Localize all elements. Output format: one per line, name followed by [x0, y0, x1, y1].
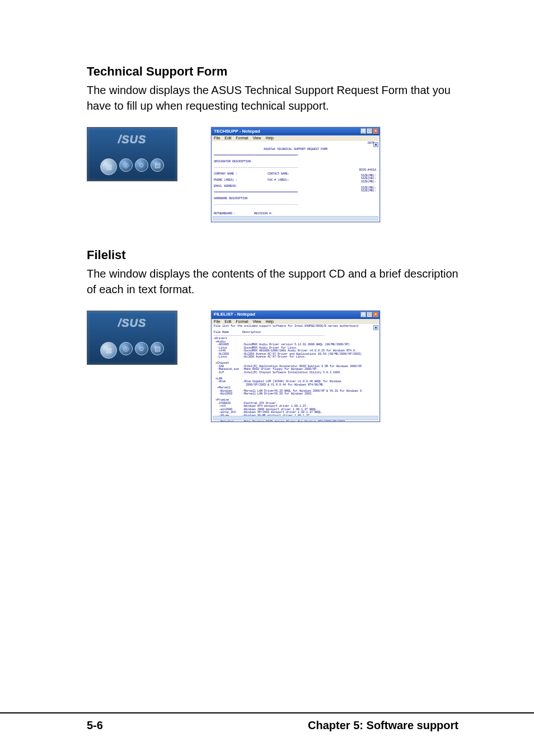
figure-row-techsupp: /SUS ▦ ◎ ☺ ▤ TECHSUPP - Notepad _ □ × Fi… [87, 127, 458, 222]
menu-format-2[interactable]: Format [236, 320, 248, 323]
body-line-3: COMPANY NAME : CONTACT NAME: [214, 173, 377, 176]
launcher-icon-b2: ◎ [119, 342, 133, 355]
maximize-button-2[interactable]: □ [367, 312, 372, 317]
maximize-button[interactable]: □ [367, 128, 372, 134]
menu-help[interactable]: Help [265, 136, 273, 140]
figure-row-filelist: /SUS ▦ ◎ ☺ ▤ FILELIST - Notepad _ □ × [87, 311, 458, 422]
notepad-menubar: File Edit Format View Help [212, 135, 380, 141]
asus-launcher-icons-2: ▦ ◎ ☺ ▤ [100, 342, 164, 359]
filelist-line: File list for the included support softw… [214, 325, 377, 328]
size-col: SIZE(MB): SIZE(KB): SIZE(MB): SIZE(MB): … [361, 175, 376, 193]
launcher-icon-b3: ☺ [135, 342, 148, 355]
body-line-5: EMAIL ADDRESS: [214, 185, 377, 189]
body-technical-support: The window displays the ASUS Technical S… [87, 82, 458, 114]
asus-logo: /SUS [118, 133, 147, 146]
asus-launcher-icons: ▦ ◎ ☺ ▤ [100, 158, 164, 175]
notepad-filelist-window: FILELIST - Notepad _ □ × File Edit Forma… [211, 311, 380, 422]
page-footer: 5-6 Chapter 5: Software support [0, 712, 534, 734]
chapter-label: Chapter 5: Software support [308, 716, 458, 732]
menu-file[interactable]: File [214, 136, 220, 140]
close-button[interactable]: × [373, 128, 378, 134]
body-filelist: The window displays the contents of the … [87, 266, 458, 297]
notepad-filelist-titlebar: FILELIST - Notepad _ □ × [212, 311, 380, 319]
asus-launcher-thumbnail-2: /SUS ▦ ◎ ☺ ▤ [87, 311, 177, 365]
page-number: 5-6 [87, 716, 103, 732]
scroll-up-icon-2[interactable]: ▲ [373, 325, 378, 330]
asus-launcher-thumbnail: /SUS ▦ ◎ ☺ ▤ [87, 127, 177, 181]
launcher-icon-b4: ▤ [151, 342, 164, 355]
notepad-filelist-title-text: FILELIST - Notepad [214, 312, 255, 317]
menu-edit-2[interactable]: Edit [224, 320, 231, 323]
scroll-up-icon[interactable]: ▲ [373, 142, 378, 147]
launcher-icon-2: ◎ [119, 158, 133, 172]
body-line-4: PHONE (AREA) : FAX # (AREA): [214, 179, 377, 182]
body-line-7: HARDWARE DESCRIPTION [214, 198, 377, 201]
filelist-line: -Makedisk -Make Promise RAID driver flop… [214, 421, 377, 422]
horizontal-scrollbar[interactable] [213, 216, 378, 220]
menu-view-2[interactable]: View [252, 320, 261, 323]
heading-technical-support: Technical Support Form [87, 64, 458, 79]
body-line-2: ----------------------------------------… [214, 167, 377, 170]
body-line-0: ========================================… [214, 154, 377, 158]
menu-format[interactable]: Format [236, 136, 248, 140]
menu-file-2[interactable]: File [214, 320, 220, 323]
body-line-6: ========================================… [214, 191, 377, 195]
minimize-button[interactable]: _ [360, 128, 366, 134]
notepad-filelist-body: File list for the included support softw… [212, 324, 380, 421]
size-2: SIZE(MB): [361, 180, 376, 184]
body-line-1: ORIGINATOR DESCRIPTION [214, 161, 377, 164]
asus-logo-2: /SUS [118, 317, 147, 330]
window-controls-2: _ □ × [360, 312, 378, 317]
launcher-icon-b1: ▦ [100, 342, 117, 359]
notepad-techsupp-body: DATE: ASUSTeK TECHNICAL SUPPORT REQUEST … [212, 141, 380, 222]
bios-label: BIOS:#401A [359, 169, 376, 172]
menu-view[interactable]: View [252, 136, 261, 140]
notepad-techsupp-titlebar: TECHSUPP - Notepad _ □ × [212, 128, 380, 135]
notepad-menubar-2: File Edit Format View Help [212, 319, 380, 325]
launcher-icon-3: ☺ [135, 158, 148, 172]
launcher-icon-4: ▤ [151, 158, 164, 172]
heading-filelist: Filelist [87, 248, 458, 262]
menu-edit[interactable]: Edit [224, 136, 231, 140]
notepad-title-text: TECHSUPP - Notepad [214, 129, 260, 134]
menu-help-2[interactable]: Help [265, 320, 273, 323]
body-line-8: ----------------------------------------… [214, 204, 377, 207]
header-center: ASUSTeK TECHNICAL SUPPORT REQUEST FORM [214, 148, 377, 152]
horizontal-scrollbar-2[interactable] [213, 416, 378, 420]
size-5: SIZE(MB): [361, 189, 376, 192]
launcher-icon-1: ▦ [100, 158, 117, 175]
close-button-2[interactable]: × [373, 312, 378, 317]
notepad-techsupp-window: TECHSUPP - Notepad _ □ × File Edit Forma… [211, 127, 380, 222]
minimize-button-2[interactable]: _ [360, 312, 366, 317]
window-controls: _ □ × [360, 128, 378, 134]
